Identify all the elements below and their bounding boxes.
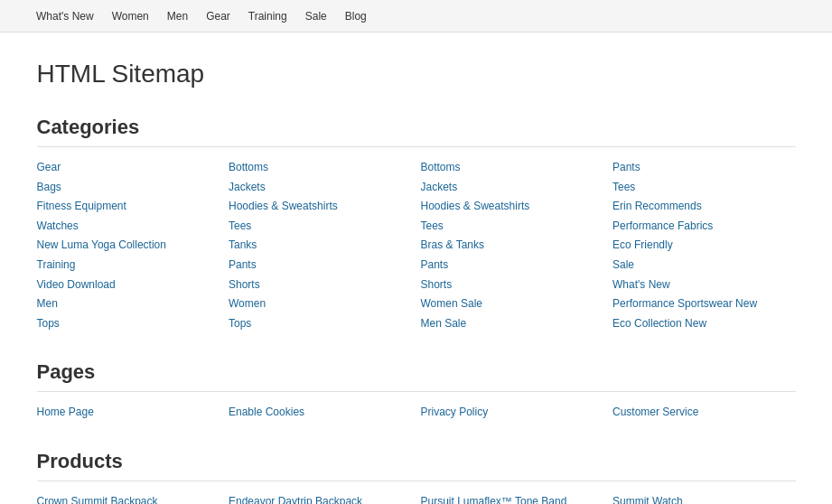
sitemap-link[interactable]: Bottoms <box>229 158 412 178</box>
section-heading-categories: Categories <box>37 116 796 147</box>
nav-item-what-s-new[interactable]: What's New <box>36 10 94 23</box>
sitemap-col-categories-1: BottomsJacketsHoodies & SweatshirtsTeesT… <box>229 158 412 333</box>
sitemap-link[interactable]: Tees <box>229 217 412 237</box>
section-heading-products: Products <box>37 450 796 481</box>
nav-item-sale[interactable]: Sale <box>305 10 327 23</box>
sitemap-link[interactable]: Privacy Policy <box>421 403 604 423</box>
section-pages: PagesHome PageEnable CookiesPrivacy Poli… <box>37 360 796 423</box>
sitemap-link[interactable]: Men Sale <box>421 314 604 334</box>
section-categories: CategoriesGearBagsFitness EquipmentWatch… <box>37 116 796 333</box>
sitemap-link[interactable]: Shorts <box>421 275 604 295</box>
sitemap-link[interactable]: Women Sale <box>421 294 604 314</box>
sitemap-link[interactable]: Tops <box>229 314 412 334</box>
sitemap-link[interactable]: Performance Fabrics <box>612 217 796 237</box>
sitemap-link[interactable]: Pants <box>421 256 604 275</box>
main-nav: What's NewWomenMenGearTrainingSaleBlog <box>0 0 832 33</box>
sitemap-col-categories-2: BottomsJacketsHoodies & SweatshirtsTeesB… <box>421 158 604 333</box>
sitemap-link[interactable]: Men <box>37 294 220 314</box>
sitemap-link[interactable]: Women <box>229 294 412 314</box>
nav-item-men[interactable]: Men <box>167 10 188 23</box>
sitemap-link[interactable]: Jackets <box>229 178 412 198</box>
sitemap-link[interactable]: Gear <box>37 158 220 178</box>
sitemap-link[interactable]: Crown Summit Backpack <box>37 492 220 504</box>
section-products: ProductsCrown Summit BackpackWayfarer Me… <box>37 450 796 504</box>
sitemap-col-pages-2: Privacy Policy <box>421 403 604 423</box>
nav-item-blog[interactable]: Blog <box>345 10 367 23</box>
sitemap-link[interactable]: What's New <box>612 275 796 295</box>
sitemap-link[interactable]: Eco Friendly <box>612 236 796 256</box>
sitemap-link[interactable]: Bottoms <box>421 158 604 178</box>
sitemap-col-products-0: Crown Summit BackpackWayfarer Messenger … <box>37 492 220 504</box>
sitemap-link[interactable]: Hoodies & Sweatshirts <box>229 197 412 217</box>
sitemap-link[interactable]: Customer Service <box>612 403 796 423</box>
sitemap-link[interactable]: Pursuit Lumaflex™ Tone Band <box>421 492 604 504</box>
sitemap-link[interactable]: Tops <box>37 314 220 334</box>
sitemap-link[interactable]: Jackets <box>421 178 604 198</box>
nav-item-gear[interactable]: Gear <box>206 10 230 23</box>
sitemap-link[interactable]: Watches <box>37 217 220 237</box>
page-title: HTML Sitemap <box>37 60 796 89</box>
sitemap-col-products-3: Summit WatchCruise Dual Analog WatchDash… <box>612 492 796 504</box>
sitemap-col-categories-3: PantsTeesErin RecommendsPerformance Fabr… <box>612 158 796 333</box>
sitemap-link[interactable]: Hoodies & Sweatshirts <box>421 197 604 217</box>
sitemap-link[interactable]: Sale <box>612 256 796 275</box>
sitemap-link[interactable]: Tees <box>421 217 604 237</box>
sitemap-link[interactable]: Tees <box>612 178 796 198</box>
sitemap-col-products-2: Pursuit Lumaflex™ Tone BandGo-Get'r Push… <box>421 492 604 504</box>
sitemap-link[interactable]: Bags <box>37 178 220 198</box>
sitemap-link[interactable]: Home Page <box>37 403 220 423</box>
sitemap-col-pages-1: Enable Cookies <box>229 403 412 423</box>
sitemap-link[interactable]: Bras & Tanks <box>421 236 604 256</box>
sitemap-link[interactable]: Fitness Equipment <box>37 197 220 217</box>
sitemap-link[interactable]: Training <box>37 256 220 275</box>
sitemap-col-pages-3: Customer Service <box>612 403 796 423</box>
sitemap-col-categories-0: GearBagsFitness EquipmentWatchesNew Luma… <box>37 158 220 333</box>
sitemap-link[interactable]: Eco Collection New <box>612 314 796 334</box>
sitemap-link[interactable]: Summit Watch <box>612 492 796 504</box>
sitemap-col-pages-0: Home Page <box>37 403 220 423</box>
sitemap-link[interactable]: New Luma Yoga Collection <box>37 236 220 256</box>
sitemap-link[interactable]: Tanks <box>229 236 412 256</box>
sitemap-link[interactable]: Endeavor Daytrip Backpack <box>229 492 412 504</box>
section-heading-pages: Pages <box>37 360 796 392</box>
sitemap-link[interactable]: Pants <box>229 256 412 275</box>
sitemap-link[interactable]: Erin Recommends <box>612 197 796 217</box>
sitemap-col-products-1: Endeavor Daytrip BackpackDriven Backpack… <box>229 492 412 504</box>
nav-item-women[interactable]: Women <box>112 10 149 23</box>
sitemap-link[interactable]: Enable Cookies <box>229 403 412 423</box>
sitemap-link[interactable]: Performance Sportswear New <box>612 294 796 314</box>
sitemap-link[interactable]: Shorts <box>229 275 412 295</box>
nav-item-training[interactable]: Training <box>248 10 287 23</box>
sitemap-link[interactable]: Pants <box>612 158 796 178</box>
sitemap-link[interactable]: Video Download <box>37 275 220 295</box>
